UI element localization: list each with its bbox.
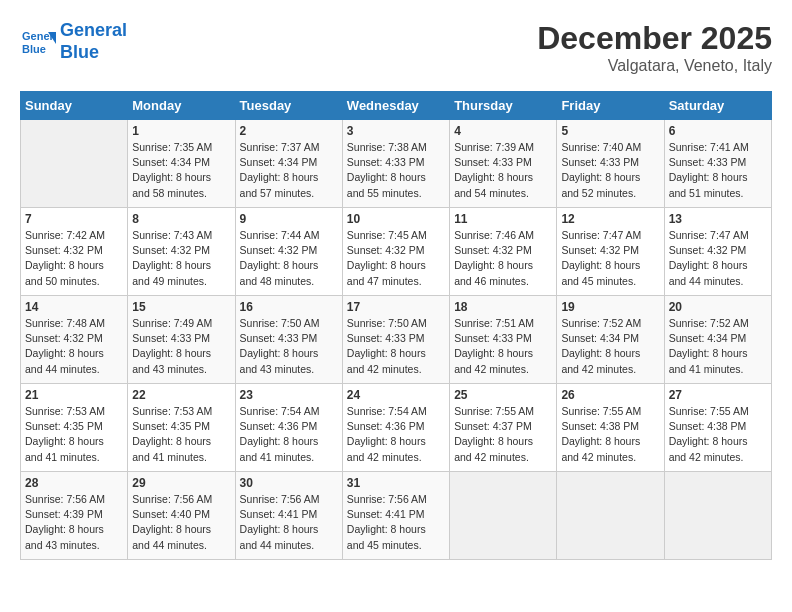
day-info: Sunrise: 7:55 AM Sunset: 4:38 PM Dayligh… xyxy=(561,404,659,465)
daylight-text: Daylight: 8 hours and 41 minutes. xyxy=(132,435,211,462)
calendar-cell: 22 Sunrise: 7:53 AM Sunset: 4:35 PM Dayl… xyxy=(128,384,235,472)
sunrise-text: Sunrise: 7:53 AM xyxy=(25,405,105,417)
day-info: Sunrise: 7:47 AM Sunset: 4:32 PM Dayligh… xyxy=(669,228,767,289)
sunrise-text: Sunrise: 7:54 AM xyxy=(347,405,427,417)
calendar-cell xyxy=(557,472,664,560)
day-number: 20 xyxy=(669,300,767,314)
sunrise-text: Sunrise: 7:52 AM xyxy=(561,317,641,329)
daylight-text: Daylight: 8 hours and 48 minutes. xyxy=(240,259,319,286)
day-number: 25 xyxy=(454,388,552,402)
day-info: Sunrise: 7:50 AM Sunset: 4:33 PM Dayligh… xyxy=(240,316,338,377)
sunrise-text: Sunrise: 7:52 AM xyxy=(669,317,749,329)
calendar-cell: 26 Sunrise: 7:55 AM Sunset: 4:38 PM Dayl… xyxy=(557,384,664,472)
daylight-text: Daylight: 8 hours and 42 minutes. xyxy=(454,435,533,462)
daylight-text: Daylight: 8 hours and 45 minutes. xyxy=(347,523,426,550)
calendar-cell: 13 Sunrise: 7:47 AM Sunset: 4:32 PM Dayl… xyxy=(664,208,771,296)
day-number: 30 xyxy=(240,476,338,490)
sunset-text: Sunset: 4:33 PM xyxy=(669,156,747,168)
daylight-text: Daylight: 8 hours and 44 minutes. xyxy=(669,259,748,286)
calendar-cell: 19 Sunrise: 7:52 AM Sunset: 4:34 PM Dayl… xyxy=(557,296,664,384)
weekday-header-thursday: Thursday xyxy=(450,92,557,120)
daylight-text: Daylight: 8 hours and 54 minutes. xyxy=(454,171,533,198)
sunset-text: Sunset: 4:33 PM xyxy=(454,156,532,168)
day-info: Sunrise: 7:37 AM Sunset: 4:34 PM Dayligh… xyxy=(240,140,338,201)
day-info: Sunrise: 7:48 AM Sunset: 4:32 PM Dayligh… xyxy=(25,316,123,377)
location: Valgatara, Veneto, Italy xyxy=(537,57,772,75)
day-number: 7 xyxy=(25,212,123,226)
day-info: Sunrise: 7:56 AM Sunset: 4:41 PM Dayligh… xyxy=(240,492,338,553)
day-info: Sunrise: 7:46 AM Sunset: 4:32 PM Dayligh… xyxy=(454,228,552,289)
day-number: 10 xyxy=(347,212,445,226)
sunrise-text: Sunrise: 7:56 AM xyxy=(240,493,320,505)
logo-icon: General Blue xyxy=(20,24,56,60)
calendar-cell: 31 Sunrise: 7:56 AM Sunset: 4:41 PM Dayl… xyxy=(342,472,449,560)
day-number: 21 xyxy=(25,388,123,402)
sunrise-text: Sunrise: 7:40 AM xyxy=(561,141,641,153)
calendar-week-3: 14 Sunrise: 7:48 AM Sunset: 4:32 PM Dayl… xyxy=(21,296,772,384)
day-number: 29 xyxy=(132,476,230,490)
calendar-cell: 5 Sunrise: 7:40 AM Sunset: 4:33 PM Dayli… xyxy=(557,120,664,208)
daylight-text: Daylight: 8 hours and 46 minutes. xyxy=(454,259,533,286)
daylight-text: Daylight: 8 hours and 41 minutes. xyxy=(669,347,748,374)
sunset-text: Sunset: 4:34 PM xyxy=(132,156,210,168)
day-info: Sunrise: 7:41 AM Sunset: 4:33 PM Dayligh… xyxy=(669,140,767,201)
weekday-header-sunday: Sunday xyxy=(21,92,128,120)
daylight-text: Daylight: 8 hours and 41 minutes. xyxy=(25,435,104,462)
sunrise-text: Sunrise: 7:37 AM xyxy=(240,141,320,153)
calendar-cell: 17 Sunrise: 7:50 AM Sunset: 4:33 PM Dayl… xyxy=(342,296,449,384)
sunset-text: Sunset: 4:36 PM xyxy=(240,420,318,432)
calendar-cell: 20 Sunrise: 7:52 AM Sunset: 4:34 PM Dayl… xyxy=(664,296,771,384)
day-info: Sunrise: 7:35 AM Sunset: 4:34 PM Dayligh… xyxy=(132,140,230,201)
day-info: Sunrise: 7:52 AM Sunset: 4:34 PM Dayligh… xyxy=(561,316,659,377)
daylight-text: Daylight: 8 hours and 43 minutes. xyxy=(132,347,211,374)
calendar-cell: 2 Sunrise: 7:37 AM Sunset: 4:34 PM Dayli… xyxy=(235,120,342,208)
daylight-text: Daylight: 8 hours and 47 minutes. xyxy=(347,259,426,286)
day-number: 31 xyxy=(347,476,445,490)
daylight-text: Daylight: 8 hours and 52 minutes. xyxy=(561,171,640,198)
day-number: 3 xyxy=(347,124,445,138)
daylight-text: Daylight: 8 hours and 57 minutes. xyxy=(240,171,319,198)
sunrise-text: Sunrise: 7:55 AM xyxy=(561,405,641,417)
calendar-cell: 9 Sunrise: 7:44 AM Sunset: 4:32 PM Dayli… xyxy=(235,208,342,296)
logo-line2: Blue xyxy=(60,42,99,62)
weekday-header-wednesday: Wednesday xyxy=(342,92,449,120)
sunset-text: Sunset: 4:41 PM xyxy=(240,508,318,520)
month-title: December 2025 xyxy=(537,20,772,57)
daylight-text: Daylight: 8 hours and 42 minutes. xyxy=(347,435,426,462)
sunset-text: Sunset: 4:36 PM xyxy=(347,420,425,432)
calendar-cell: 16 Sunrise: 7:50 AM Sunset: 4:33 PM Dayl… xyxy=(235,296,342,384)
day-info: Sunrise: 7:44 AM Sunset: 4:32 PM Dayligh… xyxy=(240,228,338,289)
sunrise-text: Sunrise: 7:48 AM xyxy=(25,317,105,329)
sunrise-text: Sunrise: 7:56 AM xyxy=(132,493,212,505)
day-number: 28 xyxy=(25,476,123,490)
sunset-text: Sunset: 4:38 PM xyxy=(669,420,747,432)
sunset-text: Sunset: 4:33 PM xyxy=(347,332,425,344)
sunrise-text: Sunrise: 7:38 AM xyxy=(347,141,427,153)
sunset-text: Sunset: 4:34 PM xyxy=(561,332,639,344)
sunset-text: Sunset: 4:33 PM xyxy=(347,156,425,168)
daylight-text: Daylight: 8 hours and 43 minutes. xyxy=(240,347,319,374)
sunrise-text: Sunrise: 7:47 AM xyxy=(669,229,749,241)
calendar-cell: 30 Sunrise: 7:56 AM Sunset: 4:41 PM Dayl… xyxy=(235,472,342,560)
daylight-text: Daylight: 8 hours and 42 minutes. xyxy=(561,347,640,374)
day-info: Sunrise: 7:56 AM Sunset: 4:41 PM Dayligh… xyxy=(347,492,445,553)
day-number: 14 xyxy=(25,300,123,314)
sunset-text: Sunset: 4:32 PM xyxy=(240,244,318,256)
calendar-cell: 4 Sunrise: 7:39 AM Sunset: 4:33 PM Dayli… xyxy=(450,120,557,208)
sunrise-text: Sunrise: 7:50 AM xyxy=(347,317,427,329)
calendar-cell: 15 Sunrise: 7:49 AM Sunset: 4:33 PM Dayl… xyxy=(128,296,235,384)
daylight-text: Daylight: 8 hours and 42 minutes. xyxy=(561,435,640,462)
day-info: Sunrise: 7:47 AM Sunset: 4:32 PM Dayligh… xyxy=(561,228,659,289)
logo: General Blue General Blue xyxy=(20,20,127,63)
day-info: Sunrise: 7:54 AM Sunset: 4:36 PM Dayligh… xyxy=(240,404,338,465)
sunrise-text: Sunrise: 7:56 AM xyxy=(347,493,427,505)
sunrise-text: Sunrise: 7:53 AM xyxy=(132,405,212,417)
sunset-text: Sunset: 4:34 PM xyxy=(669,332,747,344)
calendar-cell: 10 Sunrise: 7:45 AM Sunset: 4:32 PM Dayl… xyxy=(342,208,449,296)
sunset-text: Sunset: 4:33 PM xyxy=(561,156,639,168)
day-info: Sunrise: 7:53 AM Sunset: 4:35 PM Dayligh… xyxy=(132,404,230,465)
daylight-text: Daylight: 8 hours and 51 minutes. xyxy=(669,171,748,198)
sunrise-text: Sunrise: 7:41 AM xyxy=(669,141,749,153)
calendar-week-5: 28 Sunrise: 7:56 AM Sunset: 4:39 PM Dayl… xyxy=(21,472,772,560)
daylight-text: Daylight: 8 hours and 58 minutes. xyxy=(132,171,211,198)
